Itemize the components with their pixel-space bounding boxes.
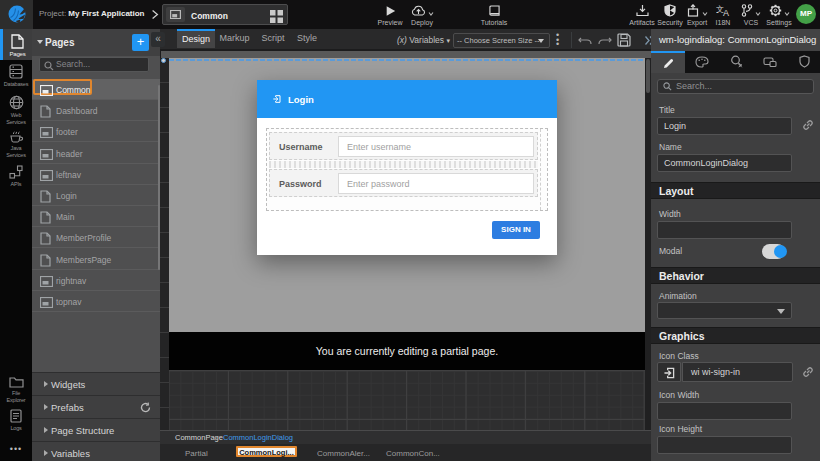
svg-text:A: A <box>723 8 729 17</box>
